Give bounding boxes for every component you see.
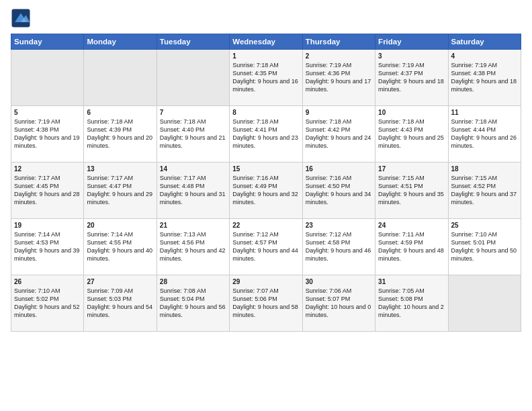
cell-info: Sunrise: 7:15 AMSunset: 4:51 PMDaylight:… xyxy=(378,174,445,207)
calendar-cell: 3Sunrise: 7:19 AMSunset: 4:37 PMDaylight… xyxy=(375,50,448,106)
day-number: 9 xyxy=(306,109,372,116)
calendar-cell: 21Sunrise: 7:13 AMSunset: 4:56 PMDayligh… xyxy=(157,219,229,275)
calendar-cell: 17Sunrise: 7:15 AMSunset: 4:51 PMDayligh… xyxy=(375,163,448,219)
day-number: 12 xyxy=(14,165,81,173)
week-row-4: 19Sunrise: 7:14 AMSunset: 4:53 PMDayligh… xyxy=(11,219,521,275)
week-row-1: 1Sunrise: 7:18 AMSunset: 4:35 PMDaylight… xyxy=(11,50,521,106)
calendar-cell: 10Sunrise: 7:18 AMSunset: 4:43 PMDayligh… xyxy=(375,106,448,163)
cell-info: Sunrise: 7:18 AMSunset: 4:35 PMDaylight:… xyxy=(232,61,299,94)
cell-info: Sunrise: 7:17 AMSunset: 4:47 PMDaylight:… xyxy=(87,174,153,207)
header xyxy=(11,8,521,28)
cell-info: Sunrise: 7:12 AMSunset: 4:57 PMDaylight:… xyxy=(232,230,299,263)
cell-info: Sunrise: 7:19 AMSunset: 4:36 PMDaylight:… xyxy=(306,61,372,94)
cell-info: Sunrise: 7:17 AMSunset: 4:48 PMDaylight:… xyxy=(160,174,226,207)
day-number: 20 xyxy=(87,222,153,229)
cell-info: Sunrise: 7:19 AMSunset: 4:38 PMDaylight:… xyxy=(451,61,518,94)
calendar-cell: 30Sunrise: 7:06 AMSunset: 5:07 PMDayligh… xyxy=(302,275,375,332)
day-header-wednesday: Wednesday xyxy=(230,34,302,50)
calendar-cell: 11Sunrise: 7:18 AMSunset: 4:44 PMDayligh… xyxy=(448,106,521,163)
day-number: 28 xyxy=(160,278,226,285)
cell-info: Sunrise: 7:11 AMSunset: 4:59 PMDaylight:… xyxy=(378,230,445,263)
day-number: 17 xyxy=(378,165,445,173)
calendar-cell: 28Sunrise: 7:08 AMSunset: 5:04 PMDayligh… xyxy=(157,275,229,332)
day-number: 14 xyxy=(160,165,226,173)
calendar-cell: 12Sunrise: 7:17 AMSunset: 4:45 PMDayligh… xyxy=(11,163,84,219)
day-headers-row: SundayMondayTuesdayWednesdayThursdayFrid… xyxy=(11,34,521,50)
week-row-5: 26Sunrise: 7:10 AMSunset: 5:02 PMDayligh… xyxy=(11,275,521,332)
calendar-cell: 15Sunrise: 7:16 AMSunset: 4:49 PMDayligh… xyxy=(230,163,302,219)
cell-info: Sunrise: 7:16 AMSunset: 4:50 PMDaylight:… xyxy=(306,174,372,207)
cell-info: Sunrise: 7:15 AMSunset: 4:52 PMDaylight:… xyxy=(451,174,518,207)
day-number: 15 xyxy=(232,165,299,173)
day-header-monday: Monday xyxy=(84,34,157,50)
cell-info: Sunrise: 7:14 AMSunset: 4:53 PMDaylight:… xyxy=(14,230,81,263)
cell-info: Sunrise: 7:18 AMSunset: 4:43 PMDaylight:… xyxy=(378,118,445,150)
calendar-cell xyxy=(448,275,521,332)
day-number: 18 xyxy=(451,165,518,173)
calendar-cell: 1Sunrise: 7:18 AMSunset: 4:35 PMDaylight… xyxy=(230,50,302,106)
calendar-cell: 25Sunrise: 7:10 AMSunset: 5:01 PMDayligh… xyxy=(448,219,521,275)
day-number: 3 xyxy=(378,52,445,60)
day-number: 24 xyxy=(378,222,445,229)
day-number: 23 xyxy=(306,222,372,229)
calendar-cell xyxy=(11,50,84,106)
calendar-cell: 24Sunrise: 7:11 AMSunset: 4:59 PMDayligh… xyxy=(375,219,448,275)
day-number: 7 xyxy=(160,109,226,116)
cell-info: Sunrise: 7:10 AMSunset: 5:02 PMDaylight:… xyxy=(14,287,81,320)
calendar-cell: 19Sunrise: 7:14 AMSunset: 4:53 PMDayligh… xyxy=(11,219,84,275)
cell-info: Sunrise: 7:18 AMSunset: 4:44 PMDaylight:… xyxy=(451,118,518,150)
calendar-cell: 27Sunrise: 7:09 AMSunset: 5:03 PMDayligh… xyxy=(84,275,157,332)
calendar-cell: 5Sunrise: 7:19 AMSunset: 4:38 PMDaylight… xyxy=(11,106,84,163)
calendar-cell: 7Sunrise: 7:18 AMSunset: 4:40 PMDaylight… xyxy=(157,106,229,163)
calendar-table: SundayMondayTuesdayWednesdayThursdayFrid… xyxy=(11,34,521,332)
day-number: 19 xyxy=(14,222,81,229)
cell-info: Sunrise: 7:10 AMSunset: 5:01 PMDaylight:… xyxy=(451,230,518,263)
cell-info: Sunrise: 7:19 AMSunset: 4:38 PMDaylight:… xyxy=(14,118,81,150)
calendar-cell: 29Sunrise: 7:07 AMSunset: 5:06 PMDayligh… xyxy=(230,275,302,332)
calendar-cell: 31Sunrise: 7:05 AMSunset: 5:08 PMDayligh… xyxy=(375,275,448,332)
calendar-cell xyxy=(157,50,229,106)
cell-info: Sunrise: 7:05 AMSunset: 5:08 PMDaylight:… xyxy=(378,287,445,320)
cell-info: Sunrise: 7:19 AMSunset: 4:37 PMDaylight:… xyxy=(378,61,445,94)
day-header-sunday: Sunday xyxy=(11,34,84,50)
day-number: 11 xyxy=(451,109,518,116)
calendar-cell: 16Sunrise: 7:16 AMSunset: 4:50 PMDayligh… xyxy=(302,163,375,219)
calendar-cell: 13Sunrise: 7:17 AMSunset: 4:47 PMDayligh… xyxy=(84,163,157,219)
day-header-tuesday: Tuesday xyxy=(157,34,229,50)
day-number: 8 xyxy=(232,109,299,116)
cell-info: Sunrise: 7:06 AMSunset: 5:07 PMDaylight:… xyxy=(306,287,372,320)
cell-info: Sunrise: 7:13 AMSunset: 4:56 PMDaylight:… xyxy=(160,230,226,263)
week-row-2: 5Sunrise: 7:19 AMSunset: 4:38 PMDaylight… xyxy=(11,106,521,163)
calendar-cell: 23Sunrise: 7:12 AMSunset: 4:58 PMDayligh… xyxy=(302,219,375,275)
day-number: 5 xyxy=(14,109,81,116)
day-number: 1 xyxy=(232,52,299,60)
day-header-thursday: Thursday xyxy=(302,34,375,50)
logo-icon xyxy=(11,8,31,28)
day-number: 25 xyxy=(451,222,518,229)
day-number: 6 xyxy=(87,109,153,116)
day-number: 22 xyxy=(232,222,299,229)
cell-info: Sunrise: 7:18 AMSunset: 4:40 PMDaylight:… xyxy=(160,118,226,150)
day-number: 29 xyxy=(232,278,299,285)
logo xyxy=(11,8,34,28)
calendar-cell: 8Sunrise: 7:18 AMSunset: 4:41 PMDaylight… xyxy=(230,106,302,163)
day-header-saturday: Saturday xyxy=(448,34,521,50)
day-number: 16 xyxy=(306,165,372,173)
cell-info: Sunrise: 7:09 AMSunset: 5:03 PMDaylight:… xyxy=(87,287,153,320)
cell-info: Sunrise: 7:08 AMSunset: 5:04 PMDaylight:… xyxy=(160,287,226,320)
cell-info: Sunrise: 7:17 AMSunset: 4:45 PMDaylight:… xyxy=(14,174,81,207)
day-number: 26 xyxy=(14,278,81,285)
calendar-cell: 4Sunrise: 7:19 AMSunset: 4:38 PMDaylight… xyxy=(448,50,521,106)
cell-info: Sunrise: 7:18 AMSunset: 4:41 PMDaylight:… xyxy=(232,118,299,150)
day-number: 27 xyxy=(87,278,153,285)
calendar-cell: 26Sunrise: 7:10 AMSunset: 5:02 PMDayligh… xyxy=(11,275,84,332)
day-number: 30 xyxy=(306,278,372,285)
day-header-friday: Friday xyxy=(375,34,448,50)
cell-info: Sunrise: 7:18 AMSunset: 4:39 PMDaylight:… xyxy=(87,118,153,150)
day-number: 10 xyxy=(378,109,445,116)
calendar-cell xyxy=(84,50,157,106)
calendar-cell: 22Sunrise: 7:12 AMSunset: 4:57 PMDayligh… xyxy=(230,219,302,275)
cell-info: Sunrise: 7:07 AMSunset: 5:06 PMDaylight:… xyxy=(232,287,299,320)
calendar-cell: 6Sunrise: 7:18 AMSunset: 4:39 PMDaylight… xyxy=(84,106,157,163)
calendar-cell: 9Sunrise: 7:18 AMSunset: 4:42 PMDaylight… xyxy=(302,106,375,163)
